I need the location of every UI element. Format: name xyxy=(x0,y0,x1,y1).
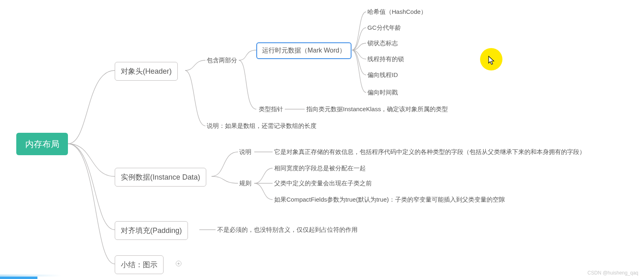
leaf-thread-lock[interactable]: 线程持有的锁 xyxy=(367,55,404,63)
leaf-lock-flag[interactable]: 锁状态标志 xyxy=(367,40,398,47)
root-node[interactable]: 内存布局 xyxy=(16,133,68,155)
node-summary[interactable]: 小结：图示 xyxy=(115,255,164,274)
leaf-bias-epoch[interactable]: 偏向时间戳 xyxy=(367,89,398,97)
node-instance-desc-label[interactable]: 说明 xyxy=(239,148,251,156)
node-instance-label: 实例数据(Instance Data) xyxy=(121,173,200,181)
progress-bar xyxy=(0,277,37,279)
cursor-arrow-icon xyxy=(488,56,496,67)
leaf-bias-thread[interactable]: 偏向线程ID xyxy=(367,71,398,79)
node-type-pointer-desc: 指向类元数据InstanceKlass，确定该对象所属的类型 xyxy=(306,105,448,113)
node-instance-data[interactable]: 实例数据(Instance Data) xyxy=(115,168,206,187)
root-label: 内存布局 xyxy=(25,138,59,150)
node-array-note: 说明：如果是数组，还需记录数组的长度 xyxy=(207,122,317,130)
node-instance-desc-text: 它是对象真正存储的有效信息，包括程序代码中定义的各种类型的字段（包括从父类继承下… xyxy=(274,148,585,156)
node-type-pointer[interactable]: 类型指针 xyxy=(259,105,283,113)
node-header[interactable]: 对象头(Header) xyxy=(115,62,178,81)
node-padding[interactable]: 对齐填充(Padding) xyxy=(115,221,188,240)
watermark-text: CSDN @huisheng_qaq xyxy=(587,270,638,276)
node-padding-desc: 不是必须的，也没特别含义，仅仅起到占位符的作用 xyxy=(217,226,358,234)
leaf-rule-2[interactable]: 如果CompactFields参数为true(默认为true)：子类的窄变量可能… xyxy=(274,196,505,204)
node-mark-word[interactable]: 运行时元数据（Mark Word） xyxy=(256,42,351,59)
leaf-hashcode[interactable]: 哈希值（HashCode） xyxy=(367,8,427,16)
expand-icon[interactable]: + xyxy=(176,261,181,266)
leaf-gc-age[interactable]: GC分代年龄 xyxy=(367,24,401,32)
node-padding-label: 对齐填充(Padding) xyxy=(121,226,182,235)
connector-lines xyxy=(0,0,644,279)
node-summary-label: 小结：图示 xyxy=(121,261,157,269)
node-contain-two-parts[interactable]: 包含两部分 xyxy=(207,57,237,64)
leaf-rule-0[interactable]: 相同宽度的字段总是被分配在一起 xyxy=(274,165,366,172)
node-header-label: 对象头(Header) xyxy=(121,67,172,75)
leaf-rule-1[interactable]: 父类中定义的变量会出现在子类之前 xyxy=(274,180,372,187)
node-instance-rule-label[interactable]: 规则 xyxy=(239,180,251,187)
